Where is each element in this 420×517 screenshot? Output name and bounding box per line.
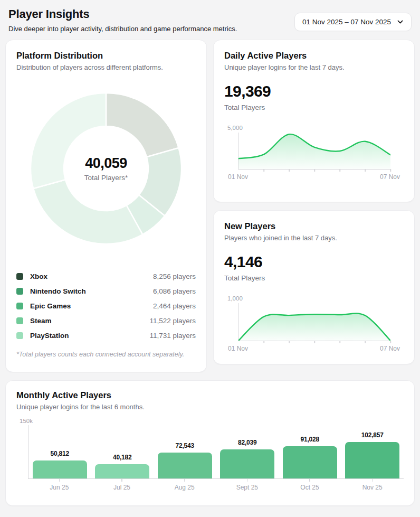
bar-column-jun-25[interactable]: 50,812 [28,425,91,478]
x-axis-last-label: 07 Nov [380,345,400,352]
bar-column-aug-25[interactable]: 72,543 [154,425,216,478]
new-total-label: Total Players [224,274,404,282]
bar-value-label: 40,182 [113,454,132,461]
x-axis-tick [365,341,366,343]
x-axis-tick [263,169,264,172]
legend-label: Steam [30,317,142,325]
right-column: Daily Active Players Unique player login… [213,40,415,372]
legend-label: Epic Games [30,302,146,310]
legend-row-epic-games: Epic Games2,464 players [16,298,196,313]
bar[interactable] [345,442,399,478]
card-title: Daily Active Players [224,51,404,61]
daily-active-players-card: Daily Active Players Unique player login… [213,40,415,202]
x-axis-month-labels: Jun 25Jul 25Aug 25Sept 25Oct 25Nov 25 [28,484,404,491]
x-axis-tick [339,169,340,172]
legend-value: 8,256 players [153,272,196,280]
area-fill [238,134,390,169]
bar[interactable] [220,449,274,478]
new-total-value: 4,146 [224,254,404,270]
legend-value: 11,522 players [149,317,196,325]
legend-row-playstation: PlayStation11,731 players [16,328,196,343]
legend-swatch-icon [16,288,23,295]
bar-column-sept-25[interactable]: 82,039 [216,425,279,478]
card-subtitle: Unique player logins for the last 6 mont… [16,403,404,411]
card-subtitle: Unique player logins for the last 7 days… [224,63,404,71]
legend-value: 6,086 players [153,287,196,295]
monthly-active-players-card: Monthly Active Players Unique player log… [5,380,415,506]
x-axis-month-label: Jul 25 [91,484,154,491]
daily-plot-area[interactable] [238,133,390,170]
x-axis-labels: 01 Nov 07 Nov [224,173,404,181]
x-axis-tick-slot [153,479,216,482]
x-axis-labels: 01 Nov 07 Nov [224,345,404,352]
chevron-down-icon [397,18,404,25]
bar-value-label: 50,812 [50,450,69,457]
monthly-plot-area[interactable]: 50,81240,18272,54382,03991,028102,857 [28,425,404,479]
x-axis-tick [390,341,391,343]
dashboard-grid: Platform Distribution Distribution of pl… [5,40,415,372]
bar-value-label: 102,857 [361,431,384,439]
bar-column-oct-25[interactable]: 91,028 [279,425,341,478]
platform-footnote: *Total players counts each connected acc… [16,351,196,358]
page-header-text: Player Insights Dive deeper into player … [8,7,237,33]
new-players-card: New Players Players who joined in the la… [213,210,415,364]
legend-label: PlayStation [30,332,142,340]
bar[interactable] [95,464,149,478]
platform-donut-chart[interactable]: 40,059 Total Players* [27,89,185,248]
legend-row-steam: Steam11,522 players [16,313,196,328]
x-axis-tick [314,341,315,343]
daily-total-value: 19,369 [224,83,404,99]
bar[interactable] [283,446,337,478]
bar-column-nov-25[interactable]: 102,857 [341,425,404,478]
x-axis-tick [247,479,248,482]
new-players-area-chart[interactable]: 1,000 01 Nov 07 Nov [224,295,404,352]
card-title: New Players [224,221,404,231]
donut-svg[interactable] [27,89,185,248]
x-axis-tick [372,479,373,482]
x-axis-tick [339,341,340,343]
monthly-bar-chart[interactable]: 150k 50,81240,18272,54382,03991,028102,8… [16,418,404,491]
bar-value-label: 91,028 [300,436,319,443]
donut-slice-playstation[interactable] [31,93,106,189]
bar-column-jul-25[interactable]: 40,182 [91,425,154,478]
platform-distribution-card: Platform Distribution Distribution of pl… [5,40,207,372]
bar[interactable] [158,453,212,478]
legend-row-xbox: Xbox8,256 players [16,269,196,284]
x-axis-tick [365,169,366,172]
date-range-select[interactable]: 01 Nov 2025 – 07 Nov 2025 [294,13,412,31]
x-axis-tick-slot [341,479,404,482]
legend-swatch-icon [16,317,23,324]
card-subtitle: Distribution of players across different… [16,63,196,71]
page-header: Player Insights Dive deeper into player … [5,5,415,33]
player-insights-page: Player Insights Dive deeper into player … [0,0,420,517]
legend-row-nintendo-switch: Nintendo Switch6,086 players [16,284,196,298]
x-axis-last-label: 07 Nov [380,173,400,181]
x-axis-tick-slot [91,479,154,482]
y-axis-max-label: 1,000 [227,295,404,302]
daily-area-chart[interactable]: 5,000 01 Nov 07 Nov [224,125,404,181]
x-axis-ticks [28,479,404,482]
platform-legend: Xbox8,256 playersNintendo Switch6,086 pl… [16,269,196,343]
x-axis-month-label: Aug 25 [153,484,216,491]
donut-slice-steam[interactable] [33,180,142,244]
card-title: Monthly Active Players [16,390,404,400]
new-players-plot-area[interactable] [238,303,390,341]
x-axis-month-label: Sept 25 [216,484,279,491]
new-players-line-svg [238,303,390,341]
x-axis-month-label: Jun 25 [28,484,91,491]
bar[interactable] [33,460,87,478]
x-axis-first-label: 01 Nov [228,173,248,181]
card-title: Platform Distribution [16,51,196,61]
daily-line-svg [238,133,390,169]
x-axis-tick [309,479,310,482]
donut-slice-xbox[interactable] [106,93,179,157]
x-axis-tick [263,341,264,343]
legend-value: 2,464 players [153,302,196,310]
x-axis-first-label: 01 Nov [228,345,248,352]
x-axis-tick-slot [28,479,91,482]
page-title: Player Insights [8,7,237,21]
legend-swatch-icon [16,332,23,339]
y-axis-max-label: 5,000 [227,125,404,131]
x-axis-tick [289,169,290,172]
x-axis-tick [289,341,290,343]
